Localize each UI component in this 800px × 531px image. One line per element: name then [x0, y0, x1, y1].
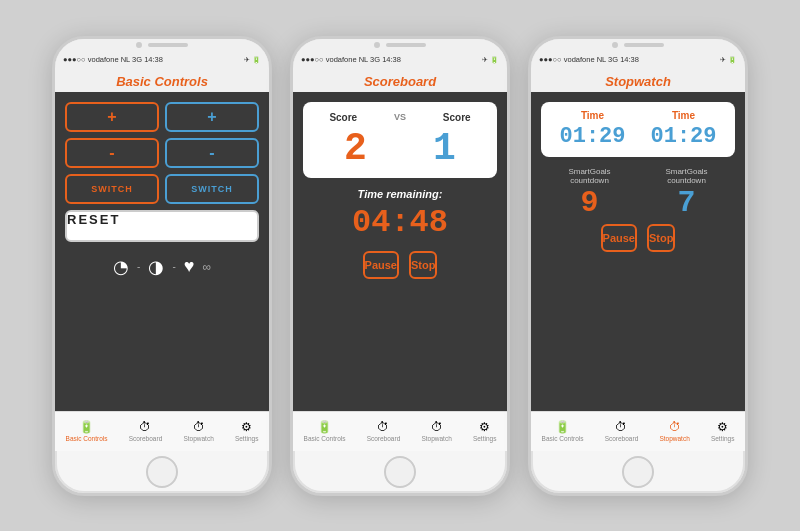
- tab-stopwatch-3[interactable]: ⏱ Stopwatch: [659, 420, 689, 442]
- camera-3: [612, 42, 618, 48]
- tab-scoreboard-2[interactable]: ⏱ Scoreboard: [367, 420, 401, 442]
- sw-right-time: 01:29: [650, 124, 716, 149]
- pause-btn-sw[interactable]: Pause: [601, 224, 637, 252]
- tab-settings-1[interactable]: ⚙ Settings: [235, 420, 259, 442]
- sw-left-time: 01:29: [559, 124, 625, 149]
- score-left-value: 2: [344, 127, 367, 170]
- tab-stopwatch-2[interactable]: ⏱ Stopwatch: [421, 420, 451, 442]
- infinity-icon: ∞: [202, 260, 211, 274]
- score-panel: Score VS Score 2 1: [303, 102, 497, 178]
- time-remaining-label: Time remaining:: [358, 188, 443, 200]
- sg-right-label: SmartGoalscountdown: [665, 167, 707, 186]
- status-icons-2: ✈ 🔋: [482, 56, 499, 64]
- stop-btn-score[interactable]: Stop: [409, 251, 437, 279]
- app-content-2: Score VS Score 2 1 Time remaining: 04:48…: [293, 92, 507, 411]
- sw-right-label: Time: [672, 110, 695, 121]
- screen-3: Stopwatch Time Time 01:29 01:29 SmartGoa…: [531, 69, 745, 451]
- status-bar-2: ●●●○○ vodafone NL 3G 14:38 ✈ 🔋: [293, 51, 507, 69]
- time-display: 04:48: [352, 204, 448, 241]
- home-btn-3[interactable]: [622, 456, 654, 488]
- speaker-3: [624, 43, 664, 47]
- tab-icon-score-2: ⏱: [377, 420, 389, 434]
- plus-orange-btn[interactable]: +: [65, 102, 159, 132]
- tab-settings-2[interactable]: ⚙ Settings: [473, 420, 497, 442]
- tab-label-stop-3: Stopwatch: [659, 435, 689, 442]
- reset-btn[interactable]: RESET: [65, 210, 259, 242]
- tab-stopwatch-1[interactable]: ⏱ Stopwatch: [183, 420, 213, 442]
- sg-right: SmartGoalscountdown 7: [665, 167, 707, 220]
- switch-orange-btn[interactable]: SWITCH: [65, 174, 159, 204]
- tab-icon-stop-1: ⏱: [193, 420, 205, 434]
- tab-label-set-3: Settings: [711, 435, 735, 442]
- tab-label-stop-2: Stopwatch: [421, 435, 451, 442]
- carrier-1: ●●●○○ vodafone NL 3G 14:38: [63, 55, 163, 64]
- vs-label: VS: [394, 112, 406, 122]
- pie-icon-1: ◔: [113, 256, 129, 278]
- score-values: 2 1: [311, 127, 489, 170]
- stop-btn-sw[interactable]: Stop: [647, 224, 675, 252]
- speaker-1: [148, 43, 188, 47]
- tab-label-score-1: Scoreboard: [129, 435, 163, 442]
- tab-icon-basic-1: 🔋: [79, 420, 94, 434]
- tab-label-score-2: Scoreboard: [367, 435, 401, 442]
- tab-bar-2: 🔋 Basic Controls ⏱ Scoreboard ⏱ Stopwatc…: [293, 411, 507, 451]
- tab-icon-stop-3: ⏱: [669, 420, 681, 434]
- screen-2: Scoreboard Score VS Score 2 1 Time remai…: [293, 69, 507, 451]
- pause-btn-score[interactable]: Pause: [363, 251, 399, 279]
- top-bar-1: [55, 39, 269, 51]
- score-right-value: 1: [433, 127, 456, 170]
- score-header: Score VS Score: [311, 112, 489, 123]
- home-btn-1[interactable]: [146, 456, 178, 488]
- top-bar-3: [531, 39, 745, 51]
- status-icons-1: ✈ 🔋: [244, 56, 261, 64]
- tab-label-stop-1: Stopwatch: [183, 435, 213, 442]
- tab-icon-basic-2: 🔋: [317, 420, 332, 434]
- tab-label-set-2: Settings: [473, 435, 497, 442]
- tab-bar-3: 🔋 Basic Controls ⏱ Scoreboard ⏱ Stopwatc…: [531, 411, 745, 451]
- score-left-label: Score: [329, 112, 357, 123]
- tab-scoreboard-1[interactable]: ⏱ Scoreboard: [129, 420, 163, 442]
- tab-icon-set-1: ⚙: [241, 420, 252, 434]
- status-icons-3: ✈ 🔋: [720, 56, 737, 64]
- tab-basic-controls-2[interactable]: 🔋 Basic Controls: [304, 420, 346, 442]
- app-title-1: Basic Controls: [55, 69, 269, 92]
- sw-header: Time Time: [547, 110, 729, 121]
- app-content-1: + + - - SWITCH SWITCH RESET ◔ - ◑ - ♥ ∞: [55, 92, 269, 411]
- camera-2: [374, 42, 380, 48]
- carrier-3: ●●●○○ vodafone NL 3G 14:38: [539, 55, 639, 64]
- status-bar-3: ●●●○○ vodafone NL 3G 14:38 ✈ 🔋: [531, 51, 745, 69]
- switch-blue-btn[interactable]: SWITCH: [165, 174, 259, 204]
- pie-icon-2: ◑: [148, 256, 164, 278]
- top-bar-2: [293, 39, 507, 51]
- sg-left-label: SmartGoalscountdown: [568, 167, 610, 186]
- phone-scoreboard: ●●●○○ vodafone NL 3G 14:38 ✈ 🔋 Scoreboar…: [290, 36, 510, 496]
- minus-blue-btn[interactable]: -: [165, 138, 259, 168]
- tab-basic-controls-3[interactable]: 🔋 Basic Controls: [542, 420, 584, 442]
- sg-left-num: 9: [568, 186, 610, 220]
- icons-row: ◔ - ◑ - ♥ ∞: [113, 256, 211, 278]
- tab-settings-3[interactable]: ⚙ Settings: [711, 420, 735, 442]
- phone-basic-controls: ●●●○○ vodafone NL 3G 14:38 ✈ 🔋 Basic Con…: [52, 36, 272, 496]
- tab-icon-score-1: ⏱: [139, 420, 151, 434]
- sg-right-num: 7: [665, 186, 707, 220]
- home-btn-2[interactable]: [384, 456, 416, 488]
- speaker-2: [386, 43, 426, 47]
- minus-orange-btn[interactable]: -: [65, 138, 159, 168]
- screen-1: Basic Controls + + - - SWITCH SWITCH RES…: [55, 69, 269, 451]
- tab-label-basic-1: Basic Controls: [66, 435, 108, 442]
- app-title-2: Scoreboard: [293, 69, 507, 92]
- tab-label-score-3: Scoreboard: [605, 435, 639, 442]
- score-right-label: Score: [443, 112, 471, 123]
- sep-1: -: [137, 261, 140, 272]
- tab-label-set-1: Settings: [235, 435, 259, 442]
- controls-grid: + + - - SWITCH SWITCH: [65, 102, 259, 204]
- plus-blue-btn[interactable]: +: [165, 102, 259, 132]
- tab-icon-set-2: ⚙: [479, 420, 490, 434]
- stopwatch-panel: Time Time 01:29 01:29: [541, 102, 735, 157]
- sw-left-label: Time: [581, 110, 604, 121]
- tab-bar-1: 🔋 Basic Controls ⏱ Scoreboard ⏱ Stopwatc…: [55, 411, 269, 451]
- tab-scoreboard-3[interactable]: ⏱ Scoreboard: [605, 420, 639, 442]
- app-content-3: Time Time 01:29 01:29 SmartGoalscountdow…: [531, 92, 745, 411]
- sg-left: SmartGoalscountdown 9: [568, 167, 610, 220]
- tab-basic-controls-1[interactable]: 🔋 Basic Controls: [66, 420, 108, 442]
